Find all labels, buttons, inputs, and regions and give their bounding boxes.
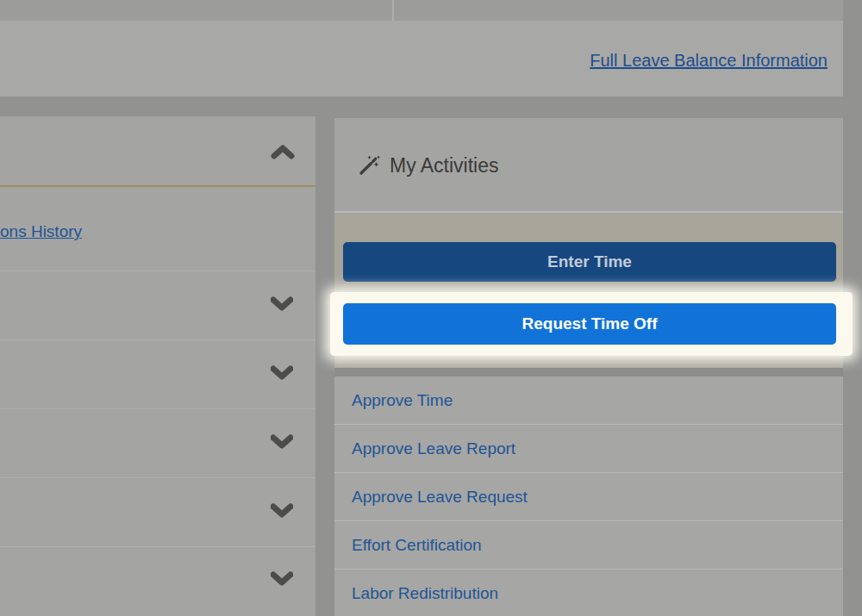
effort-certification-link[interactable]: Effort Certification — [352, 536, 482, 555]
history-link[interactable]: ons History — [0, 222, 82, 241]
approve-leave-request-link[interactable]: Approve Leave Request — [352, 488, 528, 507]
history-section: ons History — [0, 187, 315, 271]
accordion-row[interactable] — [0, 547, 315, 614]
full-leave-balance-link[interactable]: Full Leave Balance Information — [590, 51, 828, 71]
chevron-down-icon — [271, 296, 293, 315]
left-panel: ons History — [0, 116, 315, 616]
activity-links-list: Approve Time Approve Leave Report Approv… — [334, 376, 843, 616]
tour-highlight-spotlight: Request Time Off — [330, 292, 853, 356]
chevron-down-icon — [271, 365, 293, 384]
accordion-row[interactable] — [0, 340, 315, 409]
chevron-down-icon — [271, 434, 293, 453]
list-item[interactable]: Approve Leave Request — [334, 473, 843, 521]
my-activities-panel: My Activities Enter Time Request Time Of… — [334, 118, 843, 616]
request-time-off-button[interactable]: Request Time Off — [343, 303, 836, 345]
activity-buttons-area: Enter Time Request Time Off — [334, 215, 843, 368]
list-item[interactable]: Approve Time — [334, 376, 843, 425]
chevron-down-icon — [271, 503, 293, 522]
panel-title: My Activities — [390, 154, 499, 177]
panel-collapse-button[interactable] — [271, 143, 295, 162]
top-cards-bottom-edge — [0, 0, 843, 21]
list-item[interactable]: Effort Certification — [334, 521, 843, 569]
enter-time-button[interactable]: Enter Time — [343, 242, 836, 282]
leave-card-footer: Full Leave Balance Information — [0, 21, 843, 96]
my-activities-header: My Activities — [334, 118, 843, 213]
card-column-divider — [392, 0, 394, 21]
chevron-up-icon — [271, 143, 295, 165]
accordion-row[interactable] — [0, 409, 315, 478]
left-panel-header — [0, 116, 315, 187]
screen: Full Leave Balance Information ons Histo… — [0, 0, 862, 616]
approve-time-link[interactable]: Approve Time — [352, 391, 453, 410]
list-item[interactable]: Approve Leave Report — [334, 425, 843, 473]
magic-wand-icon — [358, 154, 380, 180]
chevron-down-icon — [271, 571, 293, 590]
accordion-row[interactable] — [0, 478, 315, 547]
section-shadow — [334, 368, 843, 376]
accordion-row[interactable] — [0, 271, 315, 340]
approve-leave-report-link[interactable]: Approve Leave Report — [352, 439, 515, 458]
list-item[interactable]: Labor Redistribution — [334, 569, 843, 616]
labor-redistribution-link[interactable]: Labor Redistribution — [352, 584, 498, 603]
